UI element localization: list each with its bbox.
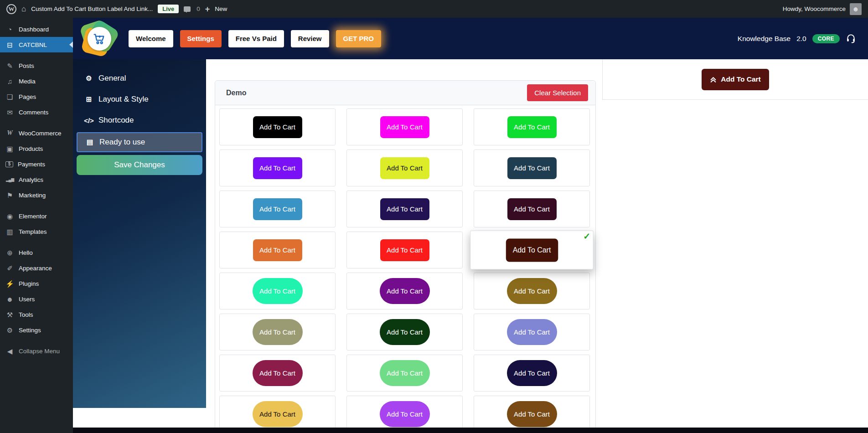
demo-card[interactable]: Add To Cart [474,273,590,309]
add-to-cart-button[interactable]: Add To Cart [253,198,302,220]
site-title[interactable]: Custom Add To Cart Button Label And Link… [31,5,153,12]
add-to-cart-button[interactable]: Add To Cart [380,157,429,179]
sidebar-item-label: Comments [19,109,48,116]
demo-card[interactable]: Add To Cart [219,396,336,433]
tools-icon: ⚒ [5,311,14,318]
sidebar-item-dashboard[interactable]: ◔Dashboard [0,21,73,37]
plugins-icon: ⚡ [5,280,14,287]
demo-card[interactable]: Add To Cart [219,273,336,309]
add-to-cart-button[interactable]: Add To Cart [507,401,557,427]
sidebar-item-analytics[interactable]: ▂▄▆Analytics [0,172,73,187]
pages-icon: ❏ [5,93,14,100]
add-to-cart-button[interactable]: Add To Cart [253,278,303,304]
add-to-cart-button[interactable]: Add To Cart [253,116,302,138]
sidebar-item-pages[interactable]: ❏Pages [0,89,73,104]
plugin-tab-layout-style[interactable]: ⊞Layout & Style [77,90,202,108]
add-to-cart-button[interactable]: Add To Cart [380,401,430,427]
header-tab-get-pro[interactable]: GET PRO [336,30,382,47]
sidebar-item-tools[interactable]: ⚒Tools [0,307,73,322]
analytics-icon: ▂▄▆ [5,178,14,182]
demo-card[interactable]: Add To Cart [346,396,463,433]
add-to-cart-button[interactable]: Add To Cart [507,116,557,138]
demo-card[interactable]: Add To Cart [219,191,336,227]
header-tab-free-vs-paid[interactable]: Free Vs Paid [228,30,284,47]
plugin-tab-general[interactable]: ⚙General [77,69,202,88]
demo-card[interactable]: Add To Cart [474,191,590,227]
add-to-cart-button[interactable]: Add To Cart [253,239,302,261]
add-to-cart-button[interactable]: Add To Cart [380,116,429,138]
plugin-header-nav: WelcomeSettingsFree Vs PaidReviewGET PRO [129,30,381,47]
add-to-cart-button[interactable]: Add To Cart [380,278,430,304]
add-to-cart-button[interactable]: Add To Cart [253,319,303,345]
demo-card[interactable]: Add To Cart [474,314,590,351]
sidebar-item-label: Analytics [19,176,43,183]
plus-icon[interactable]: + [205,5,210,13]
demo-card[interactable]: Add To Cart [219,232,336,268]
clear-selection-button[interactable]: Clear Selection [527,84,588,101]
wordpress-logo-icon[interactable]: W [6,4,16,14]
demo-card[interactable]: Add To Cart [346,232,463,268]
sidebar-item-settings[interactable]: ⚙Settings [0,322,73,338]
sidebar-item-comments[interactable]: ✉Comments [0,104,73,120]
sidebar-item-templates[interactable]: ▥Templates [0,224,73,239]
demo-card[interactable]: Add To Cart [346,273,463,309]
sidebar-item-plugins[interactable]: ⚡Plugins [0,276,73,291]
demo-card[interactable]: Add To Cart [346,355,463,392]
demo-card[interactable]: Add To Cart [219,314,336,351]
save-changes-button[interactable]: Save Changes [77,155,202,175]
sidebar-item-catcbnl[interactable]: ⊟CATCBNL [0,37,73,52]
demo-card[interactable]: Add To Cart [474,396,590,433]
sidebar-item-users[interactable]: ☻Users [0,291,73,307]
add-to-cart-button[interactable]: Add To Cart [507,157,557,179]
add-to-cart-button[interactable]: Add To Cart [380,198,429,220]
sidebar-item-products[interactable]: ▣Products [0,141,73,156]
plugin-sidebar-items: ⚙General⊞Layout & Style</>Shortcode▤Read… [77,69,202,152]
demo-card[interactable]: Add To Cart [474,355,590,392]
add-to-cart-button[interactable]: Add To Cart [380,360,430,386]
preview-add-to-cart-button[interactable]: Add To Cart [702,69,769,90]
add-to-cart-button[interactable]: Add To Cart [380,239,429,261]
demo-card[interactable]: Add To Cart [346,108,463,145]
templates-icon: ▥ [5,228,14,235]
add-to-cart-button[interactable]: Add To Cart [507,360,557,386]
add-to-cart-button[interactable]: Add To Cart [253,360,303,386]
demo-card[interactable]: Add To Cart [346,191,463,227]
knowledge-base-link[interactable]: Knowledge Base [738,35,790,43]
add-to-cart-button[interactable]: Add To Cart [506,238,558,262]
add-to-cart-button[interactable]: Add To Cart [507,278,557,304]
headset-support-icon[interactable] [846,33,856,44]
demo-card[interactable]: Add To Cart [346,149,463,186]
header-tab-welcome[interactable]: Welcome [129,30,173,47]
header-tab-settings[interactable]: Settings [180,30,222,47]
comment-bubble-icon[interactable] [184,6,191,12]
new-button[interactable]: New [215,5,227,12]
sidebar-item-marketing[interactable]: ⚑Marketing [0,187,73,203]
add-to-cart-button[interactable]: Add To Cart [253,401,303,427]
howdy-text[interactable]: Howdy, Woocommerce [783,5,846,12]
add-to-cart-button[interactable]: Add To Cart [253,157,302,179]
demo-card[interactable]: ✓Add To Cart [470,231,593,270]
sidebar-item-collapse-menu[interactable]: ◀Collapse Menu [0,343,73,359]
header-tab-review[interactable]: Review [291,30,329,47]
sidebar-item-woocommerce[interactable]: WWooCommerce [0,125,73,141]
products-icon: ▣ [5,145,14,152]
add-to-cart-button[interactable]: Add To Cart [507,319,557,345]
user-avatar[interactable]: ☻ [850,3,862,15]
demo-card[interactable]: Add To Cart [219,108,336,145]
sidebar-item-hello[interactable]: ⊕Hello [0,245,73,260]
add-to-cart-button[interactable]: Add To Cart [380,319,430,345]
demo-card[interactable]: Add To Cart [474,108,590,145]
home-icon[interactable]: ⌂ [21,5,26,13]
sidebar-item-appearance[interactable]: ✐Appearance [0,260,73,276]
plugin-tab-ready-to-use[interactable]: ▤Ready to use [77,132,202,152]
plugin-tab-shortcode[interactable]: </>Shortcode [77,111,202,129]
sidebar-item-media[interactable]: ♫Media [0,73,73,89]
demo-card[interactable]: Add To Cart [219,355,336,392]
demo-card[interactable]: Add To Cart [346,314,463,351]
sidebar-item-elementor[interactable]: ◉Elementor [0,208,73,224]
demo-card[interactable]: Add To Cart [219,149,336,186]
sidebar-item-payments[interactable]: $Payments [0,156,73,172]
sidebar-item-posts[interactable]: ✎Posts [0,58,73,73]
add-to-cart-button[interactable]: Add To Cart [507,198,557,220]
demo-card[interactable]: Add To Cart [474,149,590,186]
